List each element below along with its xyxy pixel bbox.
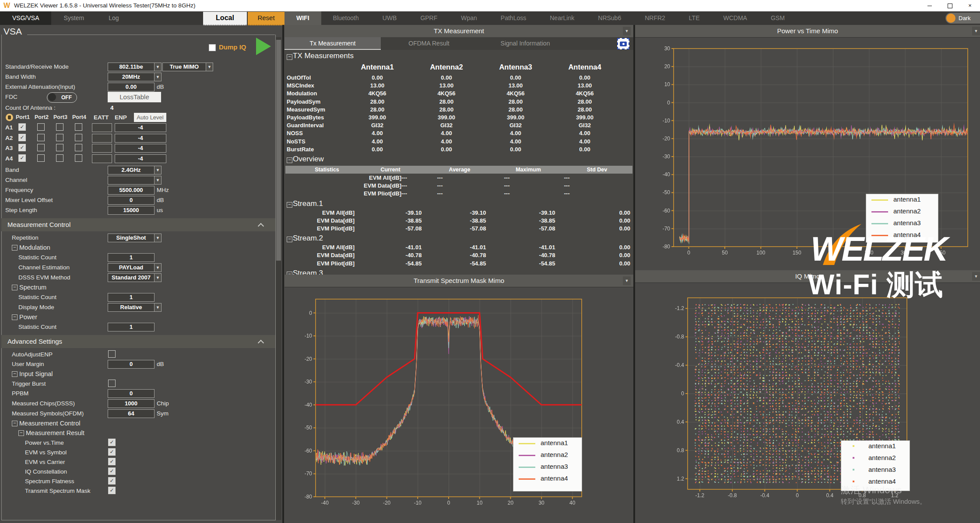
a2-port4-checkbox[interactable] [75, 134, 82, 141]
a1-eatt-input[interactable] [92, 123, 112, 132]
auto-level-button[interactable]: Auto Level [134, 113, 166, 122]
iq-constellation-checkbox[interactable]: ✓ [108, 467, 116, 475]
chevron-down-icon[interactable]: ▼ [972, 27, 980, 35]
menu-tab-vsg-vsa[interactable]: VSG/VSA [0, 11, 51, 25]
channel-dropdown[interactable]: ▼ [155, 176, 162, 185]
chevron-down-icon[interactable]: ▼ [623, 276, 631, 285]
channel-estimation-dropdown[interactable]: ▼ [155, 263, 162, 272]
dark-theme-toggle[interactable]: Dark [945, 13, 980, 24]
collapse-chevron-icon[interactable] [258, 223, 264, 229]
step-length-value[interactable]: 15000 [108, 206, 155, 215]
collapse-chevron-icon[interactable] [258, 340, 264, 346]
protocol-tab-uwb[interactable]: UWB [371, 11, 409, 25]
reset-button[interactable]: Reset [248, 12, 285, 25]
a4-port4-checkbox[interactable] [75, 154, 82, 162]
a3-enp-input[interactable]: -4 [115, 144, 166, 153]
a4-eatt-input[interactable] [92, 154, 112, 163]
a2-port1-checkbox[interactable]: ✓ [18, 134, 26, 141]
external-attenuation-input-value[interactable]: 0.00 [108, 83, 155, 91]
a3-port3-checkbox[interactable] [56, 144, 63, 151]
band-width-dropdown[interactable]: ▼ [155, 73, 162, 81]
a2-eatt-input[interactable] [92, 134, 112, 143]
tree-collapse-icon[interactable]: − [287, 202, 292, 208]
protocol-tab-gprf[interactable]: GPRF [408, 11, 449, 25]
tree-collapse-icon[interactable]: − [287, 237, 292, 242]
statistic-count-value[interactable]: 1 [108, 323, 155, 331]
dsss-evm-method-dropdown[interactable]: ▼ [155, 273, 162, 282]
a3-eatt-input[interactable] [92, 144, 112, 153]
repetition-dropdown[interactable]: ▼ [155, 234, 162, 242]
statistic-count-value[interactable]: 1 [108, 293, 155, 302]
measured-symbols-ofdm-value[interactable]: 64 [108, 409, 155, 418]
a3-port4-checkbox[interactable] [75, 144, 82, 151]
channel-value[interactable] [108, 176, 155, 185]
standard-receive-mode-dropdown[interactable]: ▼ [155, 63, 162, 71]
channel-estimation-value[interactable]: PAYLoad [108, 263, 155, 272]
tree-collapse-icon[interactable]: − [12, 421, 18, 426]
frequency-value[interactable]: 5500.000 [108, 186, 155, 195]
a1-port4-checkbox[interactable] [75, 123, 82, 131]
protocol-tab-pathloss[interactable]: PathLoss [489, 11, 538, 25]
section-header-measurement-control[interactable]: Measurement Control [1, 218, 275, 231]
chevron-down-icon[interactable]: ▼ [972, 272, 980, 281]
play-icon[interactable] [256, 38, 271, 55]
close-button[interactable]: × [960, 0, 980, 11]
scrollbar-thumb[interactable] [276, 40, 281, 261]
tab-ofdma-result[interactable]: OFDMA Result [381, 37, 477, 50]
trigger-burst-checkbox[interactable] [108, 380, 116, 387]
a4-port3-checkbox[interactable] [56, 154, 63, 162]
protocol-tab-wpan[interactable]: Wpan [449, 11, 489, 25]
standard-receive-mode-dropdown2[interactable]: ▼ [206, 63, 213, 71]
autoadjustenp-checkbox[interactable] [108, 350, 116, 358]
tab-tx-measurement[interactable]: Tx Measurement [285, 37, 381, 50]
spectrum-flatness-checkbox[interactable]: ✓ [108, 477, 116, 485]
protocol-tab-bluetooth[interactable]: Bluetooth [321, 11, 371, 25]
dsss-evm-method-value[interactable]: Standard 2007 [108, 273, 155, 282]
protocol-tab-gsm[interactable]: GSM [759, 11, 797, 25]
tab-signal-information[interactable]: Signal Information [477, 37, 573, 50]
losstable-button[interactable]: LossTable [108, 92, 161, 102]
tree-collapse-icon[interactable]: − [287, 272, 292, 275]
transmit-spectrum-mask-checkbox[interactable]: ✓ [108, 487, 116, 494]
a4-port1-checkbox[interactable]: ✓ [18, 154, 26, 162]
protocol-tab-nrsub6[interactable]: NRSub6 [586, 11, 633, 25]
minimize-button[interactable] [920, 0, 940, 11]
tree-collapse-icon[interactable]: − [287, 157, 292, 163]
protocol-tab-lte[interactable]: LTE [677, 11, 712, 25]
protocol-tab-wcdma[interactable]: WCDMA [712, 11, 759, 25]
evm-vs-carrier-checkbox[interactable]: ✓ [108, 458, 116, 465]
tree-collapse-icon[interactable]: − [287, 54, 292, 60]
band-dropdown[interactable]: ▼ [155, 166, 162, 174]
standard-receive-mode-value[interactable]: 802.11be [108, 63, 155, 71]
maximize-button[interactable] [940, 0, 960, 11]
tree-collapse-icon[interactable]: − [12, 285, 18, 290]
protocol-tab-wifi[interactable]: WIFI [285, 11, 321, 25]
band-width-value[interactable]: 20MHz [108, 73, 155, 81]
dump-iq-checkbox[interactable] [209, 44, 216, 51]
tree-collapse-icon[interactable]: − [12, 245, 18, 251]
mixer-level-offset-value[interactable]: 0 [108, 196, 155, 205]
repetition-value[interactable]: SingleShot [108, 234, 155, 242]
band-value[interactable]: 2.4GHz [108, 166, 155, 174]
a1-enp-input[interactable]: -4 [115, 123, 166, 132]
evm-vs-symbol-checkbox[interactable]: ✓ [108, 448, 116, 456]
menu-tab-log[interactable]: Log [96, 11, 131, 25]
a2-enp-input[interactable]: -4 [115, 134, 166, 143]
a1-port2-checkbox[interactable] [37, 123, 45, 131]
a2-port2-checkbox[interactable] [37, 134, 45, 141]
user-margin-value[interactable]: 0 [108, 360, 155, 369]
vsa-scrollbar[interactable] [276, 37, 281, 520]
local-button[interactable]: Local [203, 12, 247, 25]
display-mode-dropdown[interactable]: ▼ [155, 303, 162, 312]
measured-chips-dsss-value[interactable]: 1000 [108, 399, 155, 408]
a3-port2-checkbox[interactable] [37, 144, 45, 151]
tree-collapse-icon[interactable]: − [18, 430, 24, 436]
tree-collapse-icon[interactable]: − [12, 314, 18, 320]
standard-receive-mode-value2[interactable]: True MIMO [162, 63, 206, 71]
protocol-tab-nrfr2[interactable]: NRFR2 [633, 11, 677, 25]
tree-collapse-icon[interactable]: − [12, 371, 18, 377]
a4-port2-checkbox[interactable] [37, 154, 45, 162]
a2-port3-checkbox[interactable] [56, 134, 63, 141]
a3-port1-checkbox[interactable]: ✓ [18, 144, 26, 151]
ppbm-value[interactable]: 0 [108, 389, 155, 398]
